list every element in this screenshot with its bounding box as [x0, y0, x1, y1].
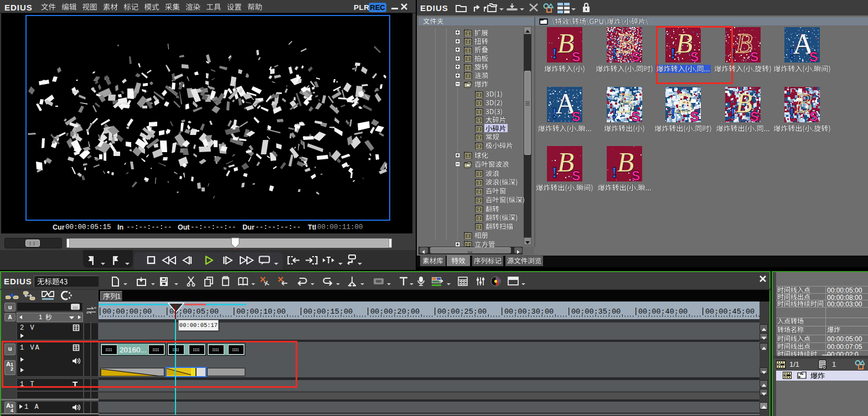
svg-text:!: !	[670, 105, 675, 122]
svg-text:IN: IN	[800, 372, 803, 376]
svg-text:S: S	[809, 110, 818, 122]
svg-text:S: S	[750, 50, 758, 63]
svg-text:S: S	[632, 110, 640, 122]
svg-text:S: S	[572, 50, 580, 63]
svg-text:!: !	[612, 45, 617, 62]
svg-text:00:00:40:00: 00:00:40:00	[638, 308, 688, 316]
svg-text:!: !	[789, 45, 794, 62]
svg-text:!: !	[552, 105, 557, 122]
svg-text:S: S	[690, 110, 699, 122]
svg-text:00:00:30:00: 00:00:30:00	[504, 308, 554, 316]
svg-text:00:00:00:00: 00:00:00:00	[102, 308, 152, 316]
svg-text:!: !	[612, 164, 617, 181]
svg-text:00:00:25:00: 00:00:25:00	[437, 308, 487, 316]
svg-text:00:00:15:00: 00:00:15:00	[303, 308, 353, 316]
svg-text:!: !	[789, 105, 794, 122]
svg-text:S: S	[750, 110, 758, 122]
svg-text:S: S	[572, 110, 580, 122]
svg-text:S: S	[632, 169, 640, 181]
svg-text:S: S	[572, 169, 580, 181]
svg-text:!: !	[552, 45, 557, 62]
svg-text:!: !	[552, 164, 557, 181]
svg-text:!: !	[612, 105, 617, 122]
svg-text:00:00:20:00: 00:00:20:00	[370, 308, 420, 316]
svg-text:00:00:45:00: 00:00:45:00	[705, 308, 755, 316]
svg-text:!: !	[730, 105, 735, 122]
svg-text:00:00:35:00: 00:00:35:00	[571, 308, 621, 316]
svg-text:S: S	[632, 50, 640, 63]
svg-text:S: S	[809, 50, 818, 63]
svg-text:00:00:10:00: 00:00:10:00	[236, 308, 286, 316]
